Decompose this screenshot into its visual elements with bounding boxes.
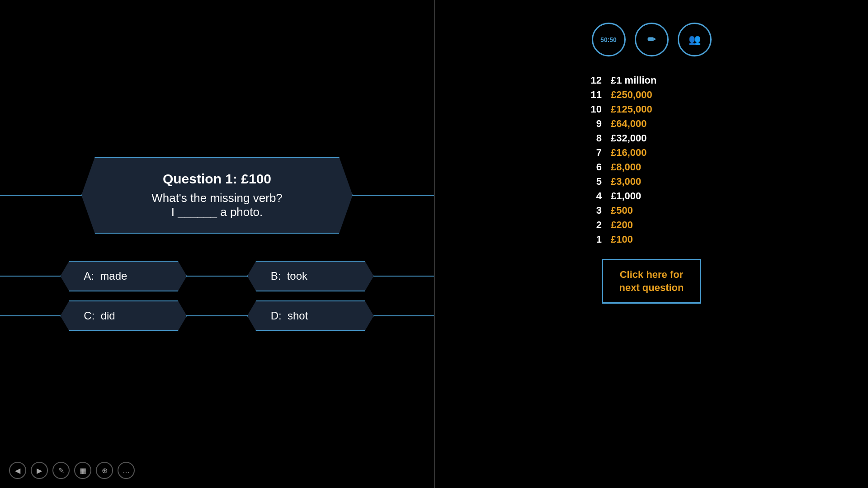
prize-row: 10£125,000 [588, 103, 715, 115]
prize-number: 1 [588, 234, 602, 245]
prize-row: 4£1,000 [588, 190, 715, 202]
question-box: Question 1: £100 What's the missing verb… [81, 157, 353, 234]
question-right-line [353, 195, 434, 196]
forward-button[interactable]: ▶ [31, 462, 48, 479]
answer-b[interactable]: B: took [247, 261, 374, 291]
answer-cd-mid-line [187, 315, 247, 316]
prize-amount: £8,000 [611, 161, 641, 173]
lifeline-fifty-fifty[interactable]: 50:50 [592, 23, 626, 56]
answer-c-left-line [0, 315, 60, 316]
zoom-button[interactable]: ⊕ [96, 462, 113, 479]
prize-row: 8£32,000 [588, 132, 715, 144]
prize-amount: £3,000 [611, 176, 641, 188]
prize-row: 12£1 million [588, 75, 715, 86]
prize-amount: £125,000 [611, 103, 652, 115]
lifeline-ask-audience[interactable]: 👥 [678, 23, 712, 56]
next-question-button[interactable]: Click here for next question [602, 259, 701, 304]
prize-row: 5£3,000 [588, 176, 715, 188]
question-title: Question 1: £100 [109, 171, 325, 187]
answer-d-right-line [374, 315, 434, 316]
lifeline-phone-friend[interactable]: ✏ [635, 23, 669, 56]
answers-area: A: made B: took C: did D: shot [0, 261, 434, 331]
answer-b-value: took [287, 270, 307, 282]
prize-amount: £500 [611, 205, 633, 216]
prize-number: 6 [588, 161, 602, 173]
fifty-fifty-label: 50:50 [600, 36, 617, 43]
back-button[interactable]: ◀ [9, 462, 26, 479]
prize-number: 9 [588, 118, 602, 130]
prize-number: 7 [588, 147, 602, 159]
prize-row: 7£16,000 [588, 147, 715, 159]
prize-number: 10 [588, 103, 602, 115]
answer-c[interactable]: C: did [60, 300, 187, 331]
bottom-toolbar: ◀ ▶ ✎ ▦ ⊕ … [9, 462, 135, 479]
edit-button[interactable]: ✎ [52, 462, 70, 479]
prize-amount: £1,000 [611, 190, 641, 202]
prize-amount: £64,000 [611, 118, 647, 130]
prize-row: 3£500 [588, 205, 715, 216]
prize-ladder: 12£1 million11£250,00010£125,0009£64,000… [588, 75, 715, 245]
ask-audience-label: 👥 [689, 34, 701, 46]
answer-a-value: made [100, 270, 127, 282]
prize-number: 5 [588, 176, 602, 188]
next-question-label: Click here for next question [616, 268, 687, 294]
prize-number: 3 [588, 205, 602, 216]
prize-amount: £16,000 [611, 147, 647, 159]
answer-a-label: A: [84, 270, 100, 282]
prize-number: 11 [588, 89, 602, 101]
answer-d-label: D: [271, 310, 288, 322]
grid-button[interactable]: ▦ [74, 462, 91, 479]
prize-number: 8 [588, 132, 602, 144]
prize-row: 11£250,000 [588, 89, 715, 101]
answer-a-left-line [0, 276, 60, 277]
question-left-line [0, 195, 81, 196]
answer-ab-mid-line [187, 276, 247, 277]
question-text-line1: What's the missing verb? [109, 191, 325, 205]
answer-row-ab: A: made B: took [0, 261, 434, 291]
question-text-line2: I ______ a photo. [109, 205, 325, 219]
answer-row-cd: C: did D: shot [0, 300, 434, 331]
more-button[interactable]: … [118, 462, 135, 479]
prize-amount: £32,000 [611, 132, 647, 144]
right-panel: 50:50 ✏ 👥 12£1 million11£250,00010£125,0… [435, 0, 868, 488]
phone-friend-label: ✏ [647, 34, 656, 46]
prize-amount: £250,000 [611, 89, 652, 101]
prize-number: 12 [588, 75, 602, 86]
left-panel: Question 1: £100 What's the missing verb… [0, 0, 434, 488]
answer-d[interactable]: D: shot [247, 300, 374, 331]
answer-d-value: shot [288, 310, 308, 322]
question-area: Question 1: £100 What's the missing verb… [0, 157, 434, 234]
prize-amount: £200 [611, 219, 633, 231]
answer-b-label: B: [271, 270, 287, 282]
answer-a[interactable]: A: made [60, 261, 187, 291]
prize-amount: £100 [611, 234, 633, 245]
answer-b-right-line [374, 276, 434, 277]
lifelines: 50:50 ✏ 👥 [592, 23, 712, 56]
prize-row: 9£64,000 [588, 118, 715, 130]
prize-number: 2 [588, 219, 602, 231]
prize-row: 2£200 [588, 219, 715, 231]
prize-number: 4 [588, 190, 602, 202]
prize-row: 1£100 [588, 234, 715, 245]
prize-row: 6£8,000 [588, 161, 715, 173]
prize-amount: £1 million [611, 75, 656, 86]
answer-c-label: C: [84, 310, 100, 322]
answer-c-value: did [101, 310, 115, 322]
